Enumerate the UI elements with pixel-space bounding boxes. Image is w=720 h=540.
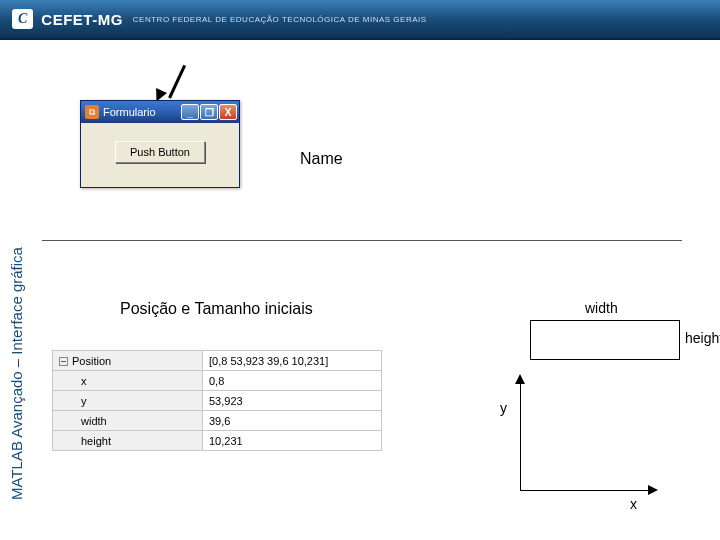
table-row: –Position [0,8 53,923 39,6 10,231]	[53, 351, 382, 371]
org-brand: CEFET-MG	[41, 11, 123, 28]
minimize-button[interactable]: _	[181, 104, 199, 120]
push-button[interactable]: Push Button	[115, 141, 205, 163]
window-body: Push Button	[81, 123, 239, 187]
example-window: ⧉ Formulario _ ❐ X Push Button	[80, 100, 240, 188]
window-title: Formulario	[103, 106, 180, 118]
x-axis-arrowhead	[648, 485, 658, 495]
table-row: height 10,231	[53, 431, 382, 451]
window-titlebar: ⧉ Formulario _ ❐ X	[81, 101, 239, 123]
section-title: Posição e Tamanho iniciais	[120, 300, 313, 318]
prop-key: width	[53, 411, 203, 431]
close-button[interactable]: X	[219, 104, 237, 120]
prop-key: height	[53, 431, 203, 451]
property-table: –Position [0,8 53,923 39,6 10,231] x 0,8…	[52, 350, 382, 451]
prop-value: [0,8 53,923 39,6 10,231]	[203, 351, 382, 371]
tree-toggle-icon[interactable]: –	[59, 357, 68, 366]
position-diagram: width height y x	[460, 300, 690, 510]
x-axis-line	[520, 490, 650, 491]
slide-header: C CEFET-MG CENTRO FEDERAL DE EDUCAÇÃO TE…	[0, 0, 720, 40]
table-row: x 0,8	[53, 371, 382, 391]
window-icon: ⧉	[85, 105, 99, 119]
divider-line	[42, 240, 682, 241]
height-label: height	[685, 330, 720, 346]
prop-key: y	[53, 391, 203, 411]
org-logo: C	[12, 9, 33, 29]
y-axis-label: y	[500, 400, 507, 416]
prop-value: 10,231	[203, 431, 382, 451]
bounding-rect	[530, 320, 680, 360]
sidebar-course-label: MATLAB Avançado – Interface gráfica	[8, 247, 25, 500]
org-subtitle: CENTRO FEDERAL DE EDUCAÇÃO TECNOLÓGICA D…	[133, 15, 427, 24]
prop-key: x	[53, 371, 203, 391]
table-row: y 53,923	[53, 391, 382, 411]
width-label: width	[585, 300, 618, 316]
y-axis-line	[520, 380, 521, 490]
x-axis-label: x	[630, 496, 637, 512]
maximize-button[interactable]: ❐	[200, 104, 218, 120]
prop-value: 0,8	[203, 371, 382, 391]
prop-key: Position	[72, 355, 111, 367]
prop-value: 53,923	[203, 391, 382, 411]
prop-value: 39,6	[203, 411, 382, 431]
name-annotation: Name	[300, 150, 343, 168]
table-row: width 39,6	[53, 411, 382, 431]
